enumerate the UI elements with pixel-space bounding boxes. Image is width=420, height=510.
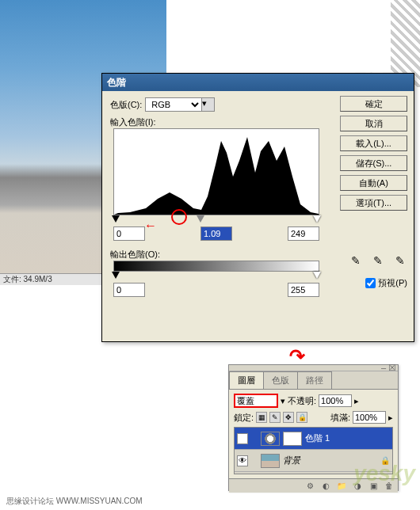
close-panel-icon[interactable]: ☒ [388,363,396,373]
input-white-field[interactable] [288,226,319,241]
output-black-slider[interactable] [112,272,120,279]
output-white-slider[interactable] [313,272,321,279]
new-group-icon[interactable]: 📁 [336,481,347,492]
lock-transparency-icon[interactable]: ▦ [256,412,267,423]
save-button[interactable]: 儲存(S)... [340,155,407,171]
blend-mode-select[interactable]: 覆蓋 [234,394,278,408]
layer-name: 背景 [283,455,300,466]
output-levels-label: 輸出色階(O): [110,249,160,259]
opacity-label: 不透明: [288,395,316,407]
annotation-arrow-left: ← [144,219,157,233]
dialog-title: 色階 [102,74,414,91]
output-slider-track[interactable] [113,272,319,281]
eyedropper-gray-icon[interactable]: ✎ [371,253,385,268]
lock-paint-icon[interactable]: ✎ [269,412,281,423]
opacity-flyout-icon[interactable]: ▸ [354,396,359,406]
tab-layers[interactable]: 圖層 [229,371,264,389]
options-button[interactable]: 選項(T)... [340,195,407,211]
layer-name: 色階 1 [305,432,330,444]
cancel-button[interactable]: 取消 [340,116,407,131]
auto-button[interactable]: 自動(A) [340,175,407,191]
tab-channels[interactable]: 色版 [263,371,298,389]
ok-button[interactable]: 確定 [340,96,407,112]
layer-style-icon[interactable]: ⚙ [304,481,315,492]
output-gradient [113,261,319,272]
fill-field[interactable]: 100% [353,411,386,424]
watermark: yesky [353,461,415,486]
visibility-icon[interactable]: 👁 [237,433,248,444]
input-black-field[interactable] [113,226,145,241]
output-white-field[interactable] [288,283,319,297]
eyedropper-white-icon[interactable]: ✎ [393,253,407,268]
histogram [113,128,319,215]
input-gamma-field[interactable] [200,226,232,241]
layer-thumb[interactable] [261,454,280,468]
footer-text: 思缘设计论坛 WWW.MISSYUAN.COM [6,496,143,507]
preview-label: 預視(P) [378,277,407,289]
file-info: 文件: 34.9M/3 [3,274,52,285]
lock-label: 鎖定: [234,412,254,424]
opacity-field[interactable]: 100% [319,394,352,407]
preview-checkbox[interactable] [365,278,376,288]
white-point-slider[interactable] [313,215,321,223]
adjustment-thumb[interactable] [261,432,280,446]
histogram-svg [114,129,319,215]
fill-label: 填滿: [330,412,350,424]
levels-dialog: 色階 色版(C): RGB ▾ 輸入色階(I): 輸出色階(O): [101,73,414,342]
visibility-icon[interactable]: 👁 [237,455,248,466]
tab-paths[interactable]: 路徑 [297,371,332,389]
eyedropper-black-icon[interactable]: ✎ [349,253,363,268]
panel-grip[interactable]: – ☒ [229,365,398,371]
gamma-slider[interactable] [197,215,204,223]
layer-row[interactable]: 👁 色階 1 [235,428,392,450]
minimize-icon[interactable]: – [381,363,386,373]
output-black-field[interactable] [113,283,145,297]
lock-all-icon[interactable]: 🔒 [296,412,307,423]
mask-thumb[interactable] [283,432,302,446]
black-point-slider[interactable] [112,215,120,223]
channel-label: 色版(C): [110,99,142,111]
load-button[interactable]: 載入(L)... [340,135,407,151]
annotation-circle [171,209,187,225]
lock-position-icon[interactable]: ✥ [283,412,294,423]
input-levels-label: 輸入色階(I): [110,117,155,127]
channel-dropdown-btn[interactable]: ▾ [202,97,215,112]
fill-flyout-icon[interactable]: ▸ [388,413,393,423]
blend-dropdown-icon[interactable]: ▾ [281,396,285,406]
channel-select[interactable]: RGB [145,97,202,112]
layer-mask-icon[interactable]: ◐ [320,481,331,492]
